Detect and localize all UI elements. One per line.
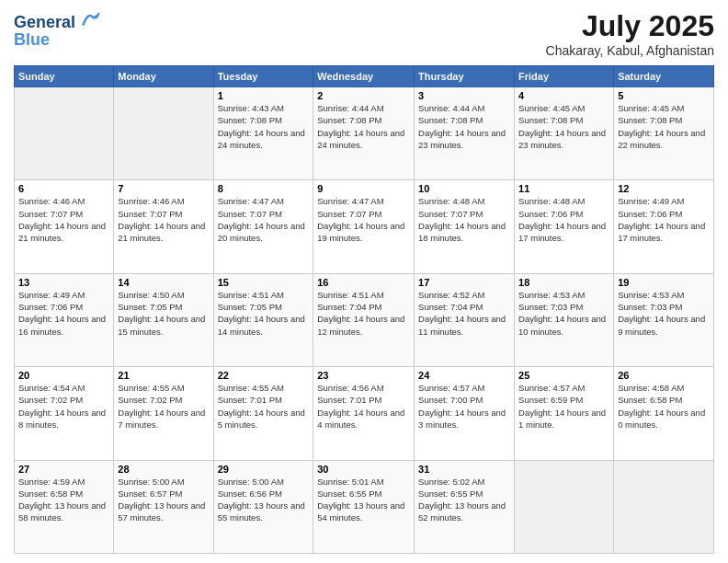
sunrise-text: Sunrise: 5:02 AM	[418, 476, 510, 488]
sunrise-text: Sunrise: 4:53 AM	[518, 289, 609, 301]
day-info: Sunrise: 4:44 AMSunset: 7:08 PMDaylight:…	[418, 102, 510, 151]
sunset-text: Sunset: 7:07 PM	[118, 208, 209, 220]
logo-icon	[82, 9, 100, 28]
day-number: 6	[18, 183, 109, 194]
logo-text: General	[14, 9, 100, 32]
daylight-text: Daylight: 14 hours and 5 minutes.	[218, 407, 310, 431]
daylight-text: Daylight: 14 hours and 12 minutes.	[317, 313, 410, 338]
day-info: Sunrise: 4:51 AMSunset: 7:04 PMDaylight:…	[317, 289, 410, 338]
daylight-text: Daylight: 14 hours and 0 minutes.	[618, 407, 710, 431]
sunrise-text: Sunrise: 4:59 AM	[18, 476, 109, 488]
day-info: Sunrise: 4:53 AMSunset: 7:03 PMDaylight:…	[618, 289, 710, 338]
sunrise-text: Sunrise: 4:45 AM	[618, 102, 710, 114]
calendar-cell	[15, 87, 114, 180]
sunset-text: Sunset: 7:02 PM	[18, 394, 109, 406]
calendar-cell: 25Sunrise: 4:57 AMSunset: 6:59 PMDayligh…	[515, 367, 614, 460]
sunset-text: Sunset: 7:04 PM	[418, 301, 510, 313]
day-number: 28	[118, 464, 209, 475]
calendar-cell: 5Sunrise: 4:45 AMSunset: 7:08 PMDaylight…	[614, 87, 714, 180]
sunset-text: Sunset: 7:03 PM	[518, 301, 609, 313]
day-info: Sunrise: 4:49 AMSunset: 7:06 PMDaylight:…	[18, 289, 109, 338]
day-info: Sunrise: 4:50 AMSunset: 7:05 PMDaylight:…	[118, 289, 209, 338]
sunset-text: Sunset: 7:02 PM	[118, 394, 209, 406]
daylight-text: Daylight: 14 hours and 10 minutes.	[518, 313, 609, 338]
calendar-cell: 6Sunrise: 4:46 AMSunset: 7:07 PMDaylight…	[15, 180, 114, 273]
day-info: Sunrise: 4:46 AMSunset: 7:07 PMDaylight:…	[18, 195, 109, 244]
calendar-week-4: 20Sunrise: 4:54 AMSunset: 7:02 PMDayligh…	[15, 367, 714, 460]
day-info: Sunrise: 4:57 AMSunset: 7:00 PMDaylight:…	[418, 382, 510, 431]
sunset-text: Sunset: 7:05 PM	[118, 301, 209, 313]
calendar-cell: 31Sunrise: 5:02 AMSunset: 6:55 PMDayligh…	[415, 460, 515, 553]
sunset-text: Sunset: 6:55 PM	[317, 488, 410, 500]
calendar-week-1: 1Sunrise: 4:43 AMSunset: 7:08 PMDaylight…	[15, 87, 714, 180]
daylight-text: Daylight: 14 hours and 16 minutes.	[18, 313, 109, 338]
header: General Blue July 2025 Chakaray, Kabul, …	[14, 9, 714, 58]
day-info: Sunrise: 4:56 AMSunset: 7:01 PMDaylight:…	[317, 382, 410, 431]
day-number: 9	[317, 183, 410, 194]
sunrise-text: Sunrise: 4:51 AM	[317, 289, 410, 301]
calendar-cell	[614, 460, 714, 553]
sunset-text: Sunset: 6:55 PM	[418, 488, 510, 500]
calendar-header-thursday: Thursday	[415, 66, 515, 87]
calendar-cell: 26Sunrise: 4:58 AMSunset: 6:58 PMDayligh…	[614, 367, 714, 460]
day-info: Sunrise: 4:58 AMSunset: 6:58 PMDaylight:…	[618, 382, 710, 431]
day-number: 30	[317, 464, 410, 475]
sunrise-text: Sunrise: 4:43 AM	[218, 102, 310, 114]
daylight-text: Daylight: 14 hours and 3 minutes.	[418, 407, 510, 431]
sunrise-text: Sunrise: 5:00 AM	[118, 476, 209, 488]
day-number: 14	[118, 277, 209, 288]
calendar-cell: 19Sunrise: 4:53 AMSunset: 7:03 PMDayligh…	[614, 273, 714, 366]
calendar-cell: 22Sunrise: 4:55 AMSunset: 7:01 PMDayligh…	[213, 367, 313, 460]
calendar-cell	[515, 460, 614, 553]
day-info: Sunrise: 4:48 AMSunset: 7:07 PMDaylight:…	[418, 195, 510, 244]
calendar-header-tuesday: Tuesday	[213, 66, 313, 87]
day-number: 24	[418, 370, 510, 381]
daylight-text: Daylight: 13 hours and 57 minutes.	[118, 500, 209, 524]
daylight-text: Daylight: 14 hours and 17 minutes.	[618, 220, 710, 245]
calendar-table: SundayMondayTuesdayWednesdayThursdayFrid…	[14, 65, 714, 554]
day-number: 4	[518, 90, 609, 101]
logo: General Blue	[14, 9, 100, 50]
calendar-cell	[114, 87, 213, 180]
calendar-cell: 1Sunrise: 4:43 AMSunset: 7:08 PMDaylight…	[213, 87, 313, 180]
sunrise-text: Sunrise: 4:57 AM	[518, 382, 609, 394]
day-number: 8	[218, 183, 310, 194]
daylight-text: Daylight: 14 hours and 22 minutes.	[618, 127, 710, 152]
calendar-header-wednesday: Wednesday	[313, 66, 415, 87]
daylight-text: Daylight: 14 hours and 14 minutes.	[218, 313, 310, 338]
sunset-text: Sunset: 7:01 PM	[218, 394, 310, 406]
sunrise-text: Sunrise: 4:46 AM	[18, 195, 109, 207]
daylight-text: Daylight: 14 hours and 18 minutes.	[418, 220, 510, 245]
sunrise-text: Sunrise: 4:45 AM	[518, 102, 609, 114]
day-number: 1	[218, 90, 310, 101]
daylight-text: Daylight: 14 hours and 20 minutes.	[218, 220, 310, 245]
day-number: 21	[118, 370, 209, 381]
calendar-cell: 11Sunrise: 4:48 AMSunset: 7:06 PMDayligh…	[515, 180, 614, 273]
sunset-text: Sunset: 7:07 PM	[18, 208, 109, 220]
day-number: 25	[518, 370, 609, 381]
sunrise-text: Sunrise: 4:47 AM	[317, 195, 410, 207]
sunset-text: Sunset: 7:06 PM	[18, 301, 109, 313]
daylight-text: Daylight: 14 hours and 9 minutes.	[618, 313, 710, 338]
calendar-week-3: 13Sunrise: 4:49 AMSunset: 7:06 PMDayligh…	[15, 273, 714, 366]
sunrise-text: Sunrise: 4:52 AM	[418, 289, 510, 301]
daylight-text: Daylight: 14 hours and 8 minutes.	[18, 407, 109, 431]
sunrise-text: Sunrise: 4:48 AM	[418, 195, 510, 207]
logo-blue: Blue	[14, 30, 100, 50]
sunset-text: Sunset: 7:03 PM	[618, 301, 710, 313]
calendar-header-monday: Monday	[114, 66, 213, 87]
calendar-cell: 15Sunrise: 4:51 AMSunset: 7:05 PMDayligh…	[213, 273, 313, 366]
sunset-text: Sunset: 6:58 PM	[18, 488, 109, 500]
calendar-cell: 3Sunrise: 4:44 AMSunset: 7:08 PMDaylight…	[415, 87, 515, 180]
daylight-text: Daylight: 14 hours and 23 minutes.	[418, 127, 510, 152]
sunset-text: Sunset: 7:08 PM	[618, 114, 710, 126]
calendar-cell: 4Sunrise: 4:45 AMSunset: 7:08 PMDaylight…	[515, 87, 614, 180]
calendar-cell: 14Sunrise: 4:50 AMSunset: 7:05 PMDayligh…	[114, 273, 213, 366]
sunrise-text: Sunrise: 4:53 AM	[618, 289, 710, 301]
sunrise-text: Sunrise: 4:47 AM	[218, 195, 310, 207]
subtitle: Chakaray, Kabul, Afghanistan	[546, 43, 714, 58]
sunset-text: Sunset: 7:00 PM	[418, 394, 510, 406]
calendar-header-sunday: Sunday	[15, 66, 114, 87]
daylight-text: Daylight: 14 hours and 21 minutes.	[118, 220, 209, 245]
sunrise-text: Sunrise: 4:56 AM	[317, 382, 410, 394]
